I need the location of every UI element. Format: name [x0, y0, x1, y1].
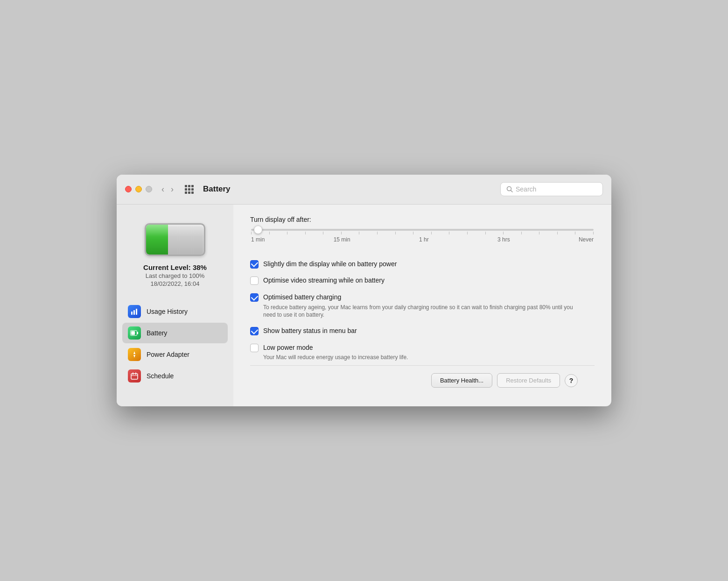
- help-button[interactable]: ?: [565, 374, 578, 387]
- option-low-power-label: Low power mode: [263, 343, 408, 353]
- main-content: Current Level: 38% Last charged to 100% …: [117, 205, 611, 406]
- sidebar-item-schedule[interactable]: Schedule: [122, 366, 228, 386]
- option-low-power: Low power mode Your Mac will reduce ener…: [250, 340, 595, 365]
- battery-icon: [128, 326, 141, 340]
- tick-label-1hr: 1 hr: [419, 236, 429, 243]
- checkbox-show-status[interactable]: [250, 327, 259, 335]
- svg-line-1: [511, 191, 513, 192]
- slider-thumb[interactable]: [254, 226, 262, 234]
- checkbox-dim-display[interactable]: [250, 260, 259, 269]
- slider-tick-labels: 1 min 15 min 1 hr 3 hrs Never: [251, 236, 594, 243]
- sidebar-item-battery[interactable]: Battery: [122, 323, 228, 343]
- system-preferences-window: ‹ › Battery: [117, 175, 611, 406]
- slider-track: [251, 229, 594, 231]
- option-optimise-video-text: Optimise video streaming while on batter…: [263, 276, 385, 285]
- option-optimised-charging-text: Optimised battery charging To reduce bat…: [263, 293, 581, 319]
- search-icon: [506, 186, 513, 192]
- option-low-power-text: Low power mode Your Mac will reduce ener…: [263, 343, 408, 361]
- tick-label-1min: 1 min: [251, 236, 265, 243]
- svg-rect-3: [133, 310, 135, 315]
- bottom-bar: Battery Health... Restore Defaults ?: [250, 365, 595, 395]
- options-section: Slightly dim the display while on batter…: [250, 256, 595, 365]
- option-dim-display-label: Slightly dim the display while on batter…: [263, 260, 397, 269]
- checkbox-optimise-video[interactable]: [250, 276, 259, 285]
- option-optimised-charging-label: Optimised battery charging: [263, 293, 581, 302]
- battery-terminal: [205, 233, 205, 246]
- window-title: Battery: [203, 184, 231, 194]
- slider-container[interactable]: 1 min 15 min 1 hr 3 hrs Never: [250, 229, 595, 243]
- right-panel: Turn display off after:: [233, 205, 611, 406]
- svg-rect-2: [131, 312, 133, 315]
- minimize-button[interactable]: [135, 186, 142, 192]
- battery-body: [145, 223, 205, 256]
- search-input[interactable]: [516, 185, 597, 193]
- battery-info: Current Level: 38% Last charged to 100% …: [143, 263, 207, 287]
- grid-view-icon[interactable]: [185, 185, 194, 194]
- nav-buttons: ‹ ›: [160, 184, 175, 194]
- battery-level-text: Current Level: 38%: [143, 263, 207, 271]
- sidebar-item-usage-history[interactable]: Usage History: [122, 301, 228, 322]
- last-charged-text: Last charged to 100%: [143, 272, 207, 279]
- tick-label-15min: 15 min: [334, 236, 350, 243]
- slider-label: Turn display off after:: [250, 216, 595, 223]
- battery-illustration: [145, 223, 205, 256]
- close-button[interactable]: [125, 186, 132, 192]
- charge-date-text: 18/02/2022, 16:04: [143, 280, 207, 287]
- restore-defaults-button[interactable]: Restore Defaults: [497, 373, 560, 388]
- checkbox-optimised-charging[interactable]: [250, 293, 259, 302]
- sidebar: Current Level: 38% Last charged to 100% …: [117, 205, 233, 406]
- svg-marker-9: [133, 355, 135, 358]
- svg-rect-7: [137, 332, 138, 334]
- traffic-lights: [125, 186, 152, 192]
- slider-ticks: [251, 232, 594, 234]
- svg-rect-10: [131, 374, 138, 379]
- option-dim-display: Slightly dim the display while on batter…: [250, 256, 595, 273]
- schedule-label: Schedule: [147, 372, 174, 380]
- svg-rect-6: [131, 331, 135, 335]
- option-show-status-label: Show battery status in menu bar: [263, 326, 357, 336]
- battery-health-button[interactable]: Battery Health...: [431, 373, 492, 388]
- titlebar: ‹ › Battery: [117, 175, 611, 205]
- power-adapter-icon: [128, 348, 141, 361]
- option-optimised-charging: Optimised battery charging To reduce bat…: [250, 289, 595, 323]
- sidebar-item-power-adapter[interactable]: Power Adapter: [122, 344, 228, 365]
- power-adapter-label: Power Adapter: [147, 351, 189, 358]
- battery-sheen: [146, 225, 204, 237]
- usage-history-label: Usage History: [147, 308, 188, 315]
- slider-section: Turn display off after:: [250, 216, 595, 243]
- usage-history-icon: [128, 305, 141, 318]
- schedule-icon: [128, 369, 141, 383]
- option-optimise-video-label: Optimise video streaming while on batter…: [263, 276, 385, 285]
- checkbox-low-power[interactable]: [250, 344, 259, 352]
- option-optimised-charging-desc: To reduce battery ageing, your Mac learn…: [263, 304, 581, 319]
- option-show-status-text: Show battery status in menu bar: [263, 326, 357, 336]
- svg-rect-4: [136, 309, 137, 315]
- sidebar-nav: Usage History Battery: [122, 301, 228, 387]
- forward-button[interactable]: ›: [169, 184, 175, 194]
- battery-label: Battery: [147, 329, 167, 337]
- svg-marker-8: [133, 351, 135, 354]
- option-optimise-video: Optimise video streaming while on batter…: [250, 272, 595, 289]
- maximize-button[interactable]: [146, 186, 152, 192]
- tick-label-never: Never: [579, 236, 594, 243]
- search-bar[interactable]: [500, 182, 603, 196]
- option-show-status: Show battery status in menu bar: [250, 323, 595, 340]
- back-button[interactable]: ‹: [160, 184, 166, 194]
- option-dim-display-text: Slightly dim the display while on batter…: [263, 260, 397, 269]
- tick-label-3hrs: 3 hrs: [497, 236, 510, 243]
- option-low-power-desc: Your Mac will reduce energy usage to inc…: [263, 354, 408, 361]
